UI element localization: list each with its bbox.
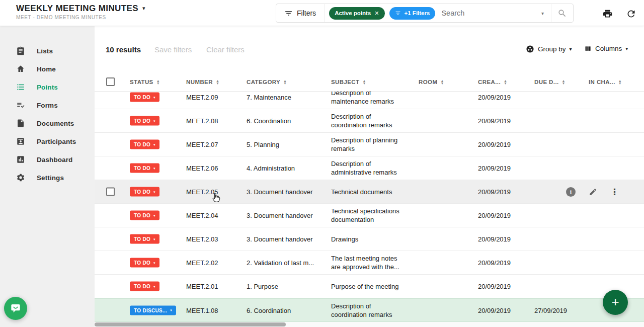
filters-button[interactable]: Filters [276,4,325,22]
sort-icon[interactable]: ▲▼ [440,79,444,85]
status-badge[interactable]: TO DO▾ [130,234,159,244]
search-icon [557,9,567,18]
created-cell: 20/09/2019 [478,235,511,243]
row-checkbox[interactable] [106,188,115,196]
sidebar-item-home[interactable]: Home [0,60,95,78]
clear-filters-button[interactable]: Clear filters [206,45,245,54]
chevron-down-icon: ▾ [153,166,155,170]
column-header-due-date[interactable]: DUE D...▲▼ [534,79,566,85]
status-badge[interactable]: TO DO▾ [130,164,159,173]
status-badge[interactable]: TO DO▾ [130,116,159,126]
table-row[interactable]: TO DO▾ MEET.2.02 2. Validation of last m… [95,251,644,275]
select-all-checkbox[interactable] [106,77,115,86]
horizontal-scrollbar-thumb[interactable] [95,322,286,326]
table-row[interactable]: TO DO▾ MEET.2.03 3. Document handover Dr… [95,227,644,251]
chat-button[interactable] [4,297,27,320]
add-point-fab[interactable]: + [603,290,628,315]
sort-icon[interactable]: ▲▼ [216,79,219,85]
close-icon[interactable]: ✕ [374,10,379,17]
columns-icon [584,45,592,52]
table-row[interactable]: TO DO▾ MEET.2.08 6. Coordination Descrip… [95,109,644,133]
column-header-number[interactable]: NUMBER▲▼ [186,79,219,85]
table-row[interactable]: TO DO▾ MEET.2.07 5. Planning Description… [95,133,644,156]
search-input[interactable]: Search ▾ [435,4,551,22]
column-header-in-charge[interactable]: IN CHA...▲▼ [589,79,622,85]
number-cell: MEET.2.07 [186,140,218,149]
status-badge[interactable]: TO DO▾ [130,258,159,268]
sidebar-item-points[interactable]: Points [0,78,95,96]
number-cell: MEET.2.05 [186,188,218,196]
number-cell: MEET.2.01 [186,282,218,291]
sidebar-item-forms[interactable]: Forms [0,96,95,114]
kebab-menu-icon[interactable]: ⋮ [610,187,619,197]
sidebar-item-lists[interactable]: Lists [0,42,95,60]
number-cell: MEET.2.08 [186,117,218,125]
subject-cell: Purpose of the meeting [331,282,408,291]
status-badge[interactable]: TO DO▾ [130,140,159,149]
created-cell: 20/09/2019 [478,259,511,267]
table-row[interactable]: TO DO▾ MEET.2.04 3. Document handover Te… [95,204,644,227]
category-cell: 1. Purpose [247,282,327,291]
column-header-created[interactable]: CREA...▲▼ [478,79,507,85]
sidebar-item-label: Participants [37,138,76,145]
table-row[interactable]: TO DO▾ MEET.2.05 3. Document handover Te… [95,180,644,204]
status-badge[interactable]: TO DISCUS...▾ [130,305,176,315]
category-cell: 6. Coordination [247,117,327,125]
sort-icon[interactable]: ▲▼ [618,79,622,85]
sidebar-item-settings[interactable]: Settings [0,169,95,187]
chevron-down-icon: ▾ [153,190,155,194]
chevron-down-icon[interactable]: ▾ [541,11,544,16]
search-submit-button[interactable] [551,4,573,22]
category-cell: 4. Administration [247,164,327,173]
group-by-icon [526,45,534,53]
due-date-cell: 27/09/2019 [534,306,567,314]
created-cell: 20/09/2019 [478,117,511,125]
subject-cell: Description of administrative remarks [331,159,408,177]
sort-icon[interactable]: ▲▼ [562,79,566,85]
main-content: 10 results Save filters Clear filters Gr… [95,26,644,327]
status-badge[interactable]: TO DO▾ [130,187,159,197]
table-row[interactable]: TO DO▾ MEET.2.06 4. Administration Descr… [95,156,644,180]
sidebar-item-participants[interactable]: Participants [0,132,95,150]
info-icon[interactable]: i [566,187,576,197]
document-icon [16,119,25,128]
sort-icon[interactable]: ▲▼ [504,79,507,85]
column-header-room[interactable]: ROOM▲▼ [419,79,444,85]
column-header-category[interactable]: CATEGORY▲▼ [247,79,287,85]
status-badge[interactable]: TO DO▾ [130,211,159,220]
list-title-dropdown[interactable]: WEEKLY MEETING MINUTES▾ MEET - DEMO MEET… [16,4,145,20]
table-row[interactable]: TO DISCUS...▾ MEET.1.08 6. Coordination … [95,298,644,322]
sort-icon[interactable]: ▲▼ [156,79,160,85]
subject-cell: Technical specifications documentation [331,207,408,224]
category-cell: 2. Validation of last m... [247,259,327,267]
subject-cell: Description of planning remarks [331,136,408,153]
subject-cell: Technical documents [331,188,408,196]
status-badge[interactable]: TO DO▾ [130,93,159,102]
chevron-down-icon: ▾ [170,308,172,312]
column-header-status[interactable]: STATUS▲▼ [130,79,160,85]
table-row[interactable]: TO DO▾ MEET.2.01 1. Purpose Purpose of t… [95,275,644,298]
created-cell: 20/09/2019 [478,188,511,196]
table-row[interactable]: TO DO▾ MEET.2.09 7. Maintenance Descript… [95,92,644,109]
sort-icon[interactable]: ▲▼ [283,79,287,85]
created-cell: 20/09/2019 [478,306,511,314]
column-header-subject[interactable]: SUBJECT▲▼ [331,79,366,85]
category-cell: 6. Coordination [247,306,327,314]
more-filters-chip[interactable]: +1 Filters [389,7,436,20]
save-filters-button[interactable]: Save filters [154,45,192,54]
results-count: 10 results [106,45,141,54]
sort-icon[interactable]: ▲▼ [362,79,366,85]
active-points-chip[interactable]: Active points ✕ [329,7,384,20]
sidebar-item-documents[interactable]: Documents [0,114,95,132]
columns-button[interactable]: Columns ▾ [584,45,628,52]
chevron-down-icon: ▾ [153,142,155,146]
group-by-button[interactable]: Group by ▾ [526,45,572,53]
status-badge[interactable]: TO DO▾ [130,282,159,291]
created-cell: 20/09/2019 [478,211,511,220]
chevron-down-icon: ▾ [153,261,155,265]
sidebar-item-dashboard[interactable]: Dashboard [0,150,95,169]
category-cell: 3. Document handover [247,211,327,220]
refresh-button[interactable] [624,7,637,20]
edit-pencil-icon[interactable] [589,188,597,196]
print-button[interactable] [601,7,614,20]
